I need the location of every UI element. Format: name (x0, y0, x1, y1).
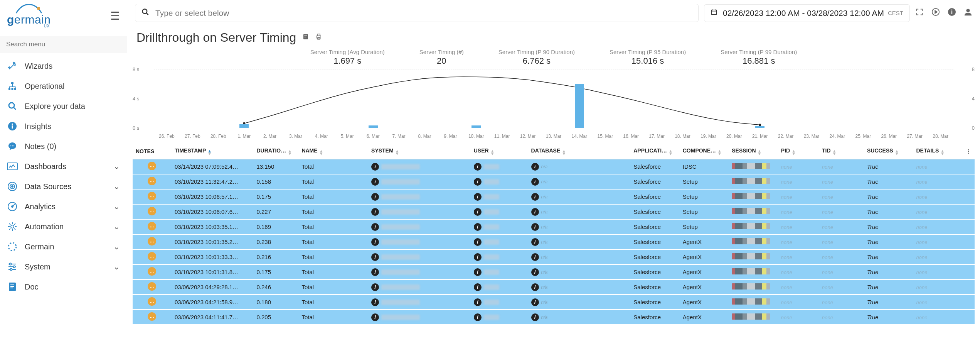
cell-session[interactable] (729, 159, 778, 174)
play-icon[interactable] (931, 8, 940, 19)
col-user[interactable]: USER▲▼ (471, 144, 528, 159)
table-row[interactable]: 03/10/2023 10:06:07.6…0.227Totaliiin/aSa… (133, 204, 975, 219)
info-icon[interactable]: i (371, 298, 379, 306)
print-icon[interactable] (315, 33, 322, 42)
export-icon[interactable] (302, 33, 309, 42)
col-details[interactable]: DETAILS▲▼ (913, 144, 962, 159)
col-database[interactable]: DATABASE▲▼ (528, 144, 631, 159)
cell-session[interactable] (729, 189, 778, 204)
sidebar-section-datasources[interactable]: Data Sources ⌄ (0, 176, 127, 196)
table-row[interactable]: 03/10/2023 10:01:35.2…0.238Totaliiin/aSa… (133, 234, 975, 249)
note-icon[interactable] (148, 207, 156, 215)
info-icon[interactable]: i (531, 193, 539, 201)
info-icon[interactable]: i (371, 238, 379, 246)
info-icon[interactable]: i (474, 163, 482, 171)
sidebar-section-germain[interactable]: Germain ⌄ (0, 237, 127, 257)
table-row[interactable]: 03/14/2023 07:09:52.4…13.150Totaliiin/aS… (133, 159, 975, 174)
note-icon[interactable] (148, 192, 156, 200)
chart-canvas[interactable]: 0 s4 s8 s 048 26. Feb27. Feb28. Feb1. Ma… (133, 69, 975, 139)
info-icon[interactable]: i (474, 298, 482, 306)
info-icon[interactable]: i (371, 313, 379, 321)
cell-session[interactable] (729, 279, 778, 295)
info-icon[interactable]: i (474, 283, 482, 291)
user-icon[interactable] (964, 8, 972, 19)
note-icon[interactable] (148, 252, 156, 261)
fullscreen-icon[interactable] (915, 8, 924, 19)
cell-session[interactable] (729, 295, 778, 310)
date-range-picker[interactable]: 02/26/2023 12:00 AM - 03/28/2023 12:00 A… (704, 4, 910, 22)
global-search[interactable] (135, 4, 699, 22)
cell-session[interactable] (729, 174, 778, 189)
col-pid[interactable]: PID▲▼ (778, 144, 819, 159)
note-icon[interactable] (148, 267, 156, 276)
info-icon[interactable]: i (474, 268, 482, 276)
info-icon[interactable]: i (474, 313, 482, 321)
note-icon[interactable] (148, 297, 156, 306)
table-row[interactable]: 03/06/2023 04:21:58.9…0.180Totaliiin/aSa… (133, 295, 975, 310)
info-icon[interactable]: i (474, 223, 482, 231)
info-icon[interactable]: i (531, 298, 539, 306)
note-icon[interactable] (148, 312, 156, 321)
note-icon[interactable] (148, 282, 156, 291)
sidebar-item-insights[interactable]: Insights (0, 116, 127, 136)
note-icon[interactable] (148, 237, 156, 245)
info-icon[interactable]: i (531, 268, 539, 276)
note-icon[interactable] (148, 162, 156, 170)
col-notes[interactable]: NOTES (133, 144, 172, 159)
sidebar-search-input[interactable] (0, 36, 127, 53)
info-icon[interactable]: i (371, 208, 379, 216)
info-icon[interactable]: i (474, 193, 482, 201)
table-row[interactable]: 03/10/2023 10:03:35.1…0.169Totaliiin/aSa… (133, 219, 975, 234)
sidebar-item-wizards[interactable]: Wizards (0, 56, 127, 76)
sidebar-section-automation[interactable]: Automation ⌄ (0, 217, 127, 237)
info-icon[interactable]: i (474, 208, 482, 216)
table-row[interactable]: 03/10/2023 10:01:33.3…0.216Totaliiin/aSa… (133, 249, 975, 264)
info-icon[interactable]: i (531, 208, 539, 216)
sidebar-section-analytics[interactable]: Analytics ⌄ (0, 196, 127, 217)
info-icon[interactable]: i (531, 223, 539, 231)
info-icon[interactable]: i (531, 238, 539, 246)
info-icon[interactable] (948, 8, 956, 19)
table-more[interactable]: ⋮ (962, 144, 975, 159)
info-icon[interactable]: i (474, 238, 482, 246)
cell-session[interactable] (729, 264, 778, 279)
info-icon[interactable]: i (371, 193, 379, 201)
info-icon[interactable]: i (531, 163, 539, 171)
col-success[interactable]: SUCCESS▲▼ (864, 144, 913, 159)
col-tid[interactable]: TID▲▼ (819, 144, 864, 159)
sidebar-item-operational[interactable]: Operational (0, 76, 127, 96)
cell-session[interactable] (729, 249, 778, 264)
cell-session[interactable] (729, 234, 778, 249)
table-row[interactable]: 03/06/2023 04:11:41.7…0.205Totaliiin/aSa… (133, 310, 975, 325)
sidebar-section-dashboards[interactable]: Dashboards ⌄ (0, 156, 127, 176)
menu-toggle-icon[interactable]: ☰ (110, 10, 120, 22)
info-icon[interactable]: i (474, 253, 482, 261)
sidebar-section-doc[interactable]: Doc (0, 277, 127, 297)
col-system[interactable]: SYSTEM▲▼ (368, 144, 471, 159)
sidebar-item-notes[interactable]: Notes (0) (0, 136, 127, 156)
info-icon[interactable]: i (531, 283, 539, 291)
info-icon[interactable]: i (531, 178, 539, 186)
sidebar-section-system[interactable]: System ⌄ (0, 257, 127, 277)
col-name[interactable]: NAME▲▼ (298, 144, 368, 159)
col-timestamp[interactable]: TIMESTAMP▲▼ (172, 144, 254, 159)
info-icon[interactable]: i (371, 283, 379, 291)
cell-session[interactable] (729, 204, 778, 219)
info-icon[interactable]: i (371, 253, 379, 261)
col-session[interactable]: SESSION▲▼ (729, 144, 778, 159)
table-row[interactable]: 03/10/2023 10:06:57.1…0.175Totaliiin/aSa… (133, 189, 975, 204)
info-icon[interactable]: i (371, 223, 379, 231)
table-row[interactable]: 03/06/2023 04:29:28.1…0.246Totaliiin/aSa… (133, 279, 975, 295)
table-row[interactable]: 03/10/2023 11:32:47.2…0.158Totaliiin/aSa… (133, 174, 975, 189)
global-search-input[interactable] (155, 8, 692, 18)
table-row[interactable]: 03/10/2023 10:01:31.8…0.175Totaliiin/aSa… (133, 264, 975, 279)
info-icon[interactable]: i (531, 313, 539, 321)
brand-logo[interactable]: ggermainermain UX (7, 4, 51, 28)
info-icon[interactable]: i (474, 178, 482, 186)
info-icon[interactable]: i (531, 253, 539, 261)
note-icon[interactable] (148, 177, 156, 185)
sidebar-item-explore[interactable]: Explore your data (0, 96, 127, 116)
col-duration[interactable]: DURATIO…▲▼ (254, 144, 299, 159)
info-icon[interactable]: i (371, 163, 379, 171)
cell-session[interactable] (729, 219, 778, 234)
